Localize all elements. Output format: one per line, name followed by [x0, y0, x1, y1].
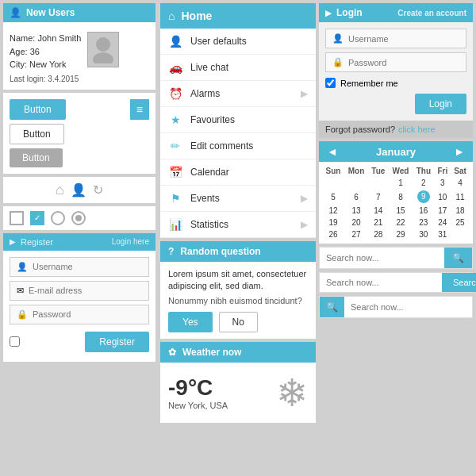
remember-me-checkbox[interactable] — [325, 78, 336, 88]
calendar-day[interactable]: 8 — [389, 189, 413, 205]
calendar-day[interactable]: 26 — [322, 228, 344, 240]
calendar-next-button[interactable]: ► — [454, 145, 465, 158]
lock-icon: 🔒 — [17, 309, 28, 320]
login-username-input[interactable] — [348, 34, 459, 44]
user-icon: 👤 — [10, 7, 21, 18]
calendar-day[interactable]: 27 — [344, 228, 368, 240]
search-row-3: 🔍 — [319, 296, 473, 318]
calendar-day[interactable]: 9 — [413, 189, 434, 205]
checkbox-unchecked[interactable] — [10, 211, 24, 225]
calendar-day[interactable]: 25 — [451, 217, 470, 228]
login-section: ▶ Login Create an account 👤 🔒 Remember m… — [319, 3, 473, 138]
search-input-3[interactable] — [344, 298, 472, 317]
register-checkbox[interactable] — [10, 336, 20, 347]
login-button-row: Login — [325, 94, 466, 114]
menu-icon-button[interactable]: ≡ — [130, 99, 149, 120]
weather-body: -9°C New York, USA ❄ — [160, 363, 316, 423]
nav-item[interactable]: ✏ Edit comments — [160, 133, 316, 159]
nav-item-arrow: ▶ — [301, 219, 308, 230]
nav-item[interactable]: 🚗 Live chat — [160, 55, 316, 81]
search-row-2: Search — [319, 272, 473, 293]
register-footer: Register — [10, 328, 149, 355]
calendar-day[interactable]: 31 — [435, 228, 451, 240]
calendar-day[interactable]: 2 — [413, 177, 434, 189]
yes-button[interactable]: Yes — [168, 312, 213, 332]
register-username-field[interactable]: 👤 — [10, 257, 149, 277]
radio-checked[interactable] — [71, 211, 86, 225]
forgot-password-row: Forgot password? click here — [319, 121, 473, 138]
calendar-day[interactable]: 30 — [413, 228, 434, 240]
calendar-month: January — [376, 146, 416, 158]
calendar-day[interactable]: 24 — [435, 217, 451, 228]
login-password-field[interactable]: 🔒 — [325, 52, 466, 72]
button-gray[interactable]: Button — [10, 148, 63, 167]
calendar-day[interactable]: 29 — [389, 228, 413, 240]
nav-item-label: User defaults — [190, 36, 308, 47]
register-email-input[interactable] — [29, 286, 142, 295]
login-here-link[interactable]: Login here — [112, 237, 149, 246]
calendar-day[interactable]: 1 — [389, 177, 413, 189]
calendar-grid: SunMonTueWedThuFriSat 123456789101112131… — [322, 165, 470, 240]
forgot-password-link[interactable]: click here — [398, 125, 435, 134]
calendar-day[interactable]: 3 — [435, 177, 451, 189]
search-input-2[interactable] — [320, 273, 442, 292]
weather-info: -9°C New York, USA — [168, 375, 228, 410]
register-button[interactable]: Register — [85, 332, 149, 352]
calendar-day[interactable]: 7 — [368, 189, 389, 205]
login-password-input[interactable] — [348, 58, 459, 67]
search-input-1[interactable] — [320, 248, 444, 267]
calendar-day[interactable]: 16 — [413, 205, 434, 217]
calendar-day — [451, 228, 470, 240]
register-username-input[interactable] — [33, 262, 142, 271]
calendar-day[interactable]: 12 — [322, 205, 344, 217]
calendar-day[interactable]: 17 — [435, 205, 451, 217]
calendar-day[interactable]: 20 — [344, 217, 368, 228]
calendar-day[interactable]: 21 — [368, 217, 389, 228]
calendar-day[interactable]: 6 — [344, 189, 368, 205]
login-button[interactable]: Login — [415, 94, 466, 114]
calendar-day[interactable]: 23 — [413, 217, 434, 228]
checkboxes-area: ✓ — [3, 206, 155, 230]
radio-unchecked[interactable] — [51, 211, 65, 225]
register-password-field[interactable]: 🔒 — [10, 305, 149, 324]
calendar-prev-button[interactable]: ◄ — [327, 145, 338, 158]
nav-item-label: Edit comments — [190, 140, 308, 152]
calendar-day[interactable]: 4 — [451, 177, 470, 189]
search-text-button-2[interactable]: Search — [442, 273, 476, 292]
search-section: 🔍 Search 🔍 — [319, 247, 473, 318]
calendar-day — [322, 177, 344, 189]
button-blue[interactable]: Button — [10, 99, 66, 120]
user-icon-2: 👤 — [71, 182, 86, 198]
home-nav-icon: ⌂ — [168, 10, 175, 22]
random-question-panel: ? Random question Lorem ipsum sit amet, … — [160, 241, 316, 339]
button-white[interactable]: Button — [10, 124, 64, 144]
calendar-day[interactable]: 13 — [344, 205, 368, 217]
register-email-field[interactable]: ✉ — [10, 281, 149, 301]
random-question-text: Lorem ipsum sit amet, consectetuer adipi… — [168, 268, 308, 293]
calendar-day[interactable]: 18 — [451, 205, 470, 217]
nav-item[interactable]: 👤 User defaults — [160, 29, 316, 55]
calendar-day[interactable]: 11 — [451, 189, 470, 205]
remember-me-row: Remember me — [325, 76, 466, 90]
calendar-today[interactable]: 9 — [417, 190, 430, 203]
calendar-day[interactable]: 14 — [368, 205, 389, 217]
login-username-field[interactable]: 👤 — [325, 29, 466, 48]
register-password-input[interactable] — [33, 309, 142, 319]
nav-item[interactable]: ★ Favourites — [160, 107, 316, 133]
search-icon-button-3[interactable]: 🔍 — [320, 297, 344, 317]
no-button[interactable]: No — [219, 312, 258, 332]
calendar-day[interactable]: 10 — [435, 189, 451, 205]
calendar-day[interactable]: 5 — [322, 189, 344, 205]
nav-item[interactable]: 📅 Calendar — [160, 159, 316, 186]
nav-item[interactable]: 📊 Statistics ▶ — [160, 212, 316, 238]
create-account-link[interactable]: Create an account — [397, 9, 466, 17]
calendar-week-row: 19202122232425 — [322, 217, 470, 228]
nav-item[interactable]: ⚑ Events ▶ — [160, 186, 316, 212]
calendar-day[interactable]: 28 — [368, 228, 389, 240]
calendar-day[interactable]: 15 — [389, 205, 413, 217]
checkbox-checked[interactable]: ✓ — [30, 211, 44, 225]
nav-item[interactable]: ⏰ Alarms ▶ — [160, 81, 316, 107]
calendar-day[interactable]: 19 — [322, 217, 344, 228]
search-icon-button-1[interactable]: 🔍 — [444, 248, 472, 268]
calendar-day[interactable]: 22 — [389, 217, 413, 228]
